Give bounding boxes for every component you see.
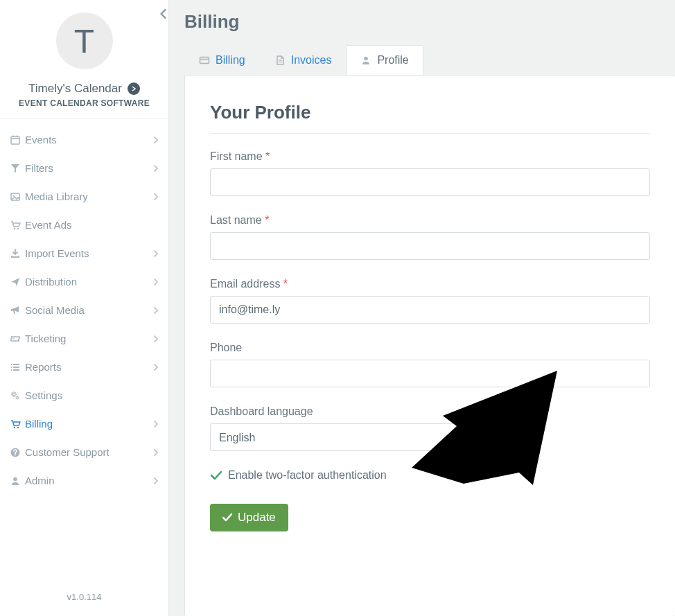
language-label: Dashboard language (210, 405, 650, 418)
sidebar-item-label: Events (25, 134, 153, 146)
sidebar-item-social-media[interactable]: Social Media (0, 296, 168, 324)
svg-point-15 (11, 369, 12, 371)
svg-point-19 (17, 426, 19, 428)
sidebar-nav: EventsFiltersMedia LibraryEvent AdsImpor… (0, 118, 168, 586)
sidebar-item-billing[interactable]: Billing (0, 410, 168, 438)
sidebar-item-settings[interactable]: Settings (0, 381, 168, 410)
svg-point-13 (11, 364, 12, 365)
language-field: Dashboard language English (210, 405, 650, 451)
cart-icon (10, 220, 25, 231)
tab-label: Profile (377, 54, 408, 67)
calendar-icon (10, 134, 25, 146)
update-button-label: Update (238, 511, 276, 525)
brand-tagline: EVENT CALENDAR SOFTWARE (7, 98, 161, 108)
tab-invoices[interactable]: Invoices (260, 45, 347, 75)
chevron-right-icon (153, 249, 159, 258)
last-name-label-text: Last name (210, 214, 262, 226)
sidebar-item-media-library[interactable]: Media Library (0, 182, 168, 211)
svg-point-7 (17, 227, 19, 229)
required-asterisk: * (265, 214, 269, 226)
required-asterisk: * (265, 150, 270, 162)
send-icon (10, 276, 25, 288)
sidebar: T Timely's Calendar EVENT CALENDAR SOFTW… (0, 0, 169, 616)
twofa-toggle[interactable]: Enable two-factor authentication (210, 469, 650, 482)
sidebar-item-customer-support[interactable]: Customer Support (0, 438, 168, 466)
funnel-icon (10, 163, 25, 174)
first-name-label: First name * (210, 150, 650, 163)
tabs: BillingInvoicesProfile (184, 45, 675, 75)
gears-icon (10, 390, 25, 401)
brand-block: T Timely's Calendar EVENT CALENDAR SOFTW… (0, 0, 168, 118)
list-icon (10, 362, 25, 373)
svg-point-17 (17, 396, 19, 398)
twofa-label: Enable two-factor authentication (228, 469, 387, 482)
megaphone-icon (10, 305, 25, 316)
svg-point-22 (13, 477, 17, 481)
email-label-text: Email address (210, 278, 280, 290)
sidebar-item-events[interactable]: Events (0, 125, 168, 154)
tab-label: Billing (216, 54, 245, 67)
sidebar-item-reports[interactable]: Reports (0, 353, 168, 381)
brand-avatar-letter: T (74, 22, 94, 60)
svg-point-16 (12, 393, 15, 396)
phone-label-text: Phone (210, 342, 242, 353)
sidebar-item-label: Filters (25, 162, 153, 174)
version-label: v1.0.114 (0, 586, 168, 616)
sidebar-item-label: Settings (25, 389, 159, 401)
brand-name: Timely's Calendar (28, 82, 122, 96)
phone-input[interactable] (210, 360, 650, 387)
profile-heading: Your Profile (210, 102, 650, 134)
sidebar-item-label: Admin (25, 475, 153, 486)
first-name-input[interactable] (210, 168, 650, 196)
check-icon (222, 513, 232, 522)
sidebar-item-label: Ticketing (25, 333, 153, 344)
email-label: Email address * (210, 278, 650, 290)
language-label-text: Dashboard language (210, 405, 313, 417)
cart-icon (10, 419, 25, 430)
phone-label: Phone (210, 342, 650, 354)
chevron-right-icon (153, 136, 159, 144)
sidebar-item-label: Media Library (25, 191, 153, 202)
brand-name-row[interactable]: Timely's Calendar (7, 82, 161, 96)
user-icon (10, 475, 25, 486)
tab-billing[interactable]: Billing (184, 45, 260, 75)
sidebar-item-label: Distribution (25, 276, 153, 288)
sidebar-item-ticketing[interactable]: Ticketing (0, 324, 168, 353)
image-icon (10, 191, 25, 202)
sidebar-collapse-button[interactable] (156, 7, 170, 21)
last-name-field: Last name * (210, 214, 650, 260)
email-input[interactable] (210, 296, 650, 324)
chevron-right-circle-icon (128, 82, 140, 95)
chevron-right-icon (153, 335, 159, 343)
sidebar-item-admin[interactable]: Admin (0, 466, 168, 495)
doc-icon (274, 55, 286, 66)
tab-label: Invoices (291, 54, 332, 67)
svg-point-27 (365, 57, 369, 61)
tab-profile[interactable]: Profile (346, 45, 423, 75)
chevron-right-icon (153, 193, 159, 201)
svg-point-14 (11, 367, 12, 368)
sidebar-item-label: Billing (25, 418, 153, 430)
sidebar-item-label: Reports (25, 361, 153, 373)
required-asterisk: * (283, 278, 288, 290)
profile-panel: Your Profile First name * Last name * Em… (184, 75, 675, 616)
email-field: Email address * (210, 278, 650, 324)
sidebar-item-event-ads[interactable]: Event Ads (0, 211, 168, 239)
download-icon (10, 248, 25, 259)
chevron-right-icon (153, 278, 159, 286)
sidebar-item-label: Social Media (25, 304, 153, 316)
brand-avatar: T (56, 12, 113, 69)
last-name-input[interactable] (210, 232, 650, 260)
svg-point-21 (15, 454, 16, 455)
sidebar-item-filters[interactable]: Filters (0, 154, 168, 182)
svg-point-6 (14, 227, 15, 229)
language-select[interactable]: English (210, 423, 491, 451)
svg-rect-23 (200, 58, 209, 64)
sidebar-item-label: Customer Support (25, 446, 153, 458)
sidebar-item-distribution[interactable]: Distribution (0, 267, 168, 296)
svg-point-18 (14, 426, 15, 428)
update-button[interactable]: Update (210, 504, 288, 531)
sidebar-item-import-events[interactable]: Import Events (0, 239, 168, 267)
card-icon (199, 55, 210, 66)
chevron-right-icon (153, 306, 159, 315)
